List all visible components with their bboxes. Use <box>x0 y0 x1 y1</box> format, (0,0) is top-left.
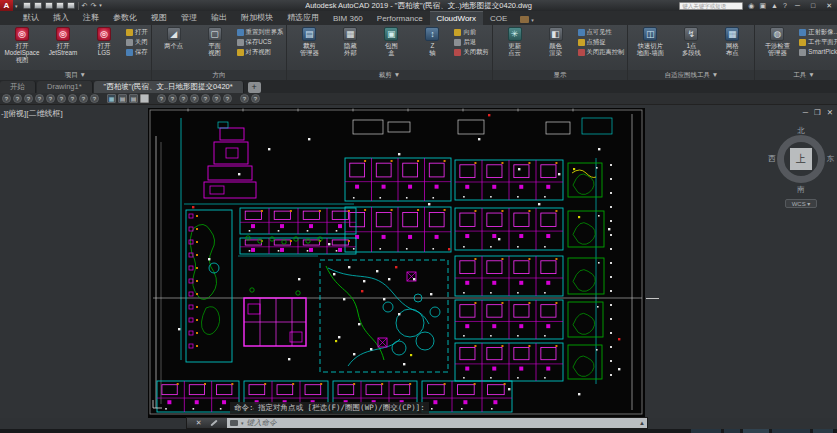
ribbon-small-button[interactable]: 点捕捉 <box>578 38 625 47</box>
ribbon-button[interactable]: ↕Z 轴 <box>413 27 451 56</box>
ribbon-panel-label[interactable]: 显示 <box>493 70 628 80</box>
new-button[interactable] <box>23 2 31 9</box>
ribbon-small-button[interactable]: 关闭 <box>126 38 148 47</box>
plugin-icon-13[interactable] <box>140 94 149 103</box>
ribbon-small-button[interactable]: SmartPick视图 <box>799 48 837 57</box>
status-bar-segment[interactable] <box>743 429 769 433</box>
ribbon-button[interactable]: ◫快速切片 地面-墙面 <box>631 27 669 56</box>
plugin-icon-20[interactable]: ? <box>223 94 232 103</box>
plugin-icon-22[interactable]: ? <box>251 94 260 103</box>
ribbon-tab-9[interactable]: 精选应用 <box>280 10 326 25</box>
plugin-icon-2[interactable]: ? <box>13 94 22 103</box>
new-drawing-tab-button[interactable]: + <box>248 82 261 93</box>
ribbon-tab-6[interactable]: 管理 <box>174 10 204 25</box>
status-bar-segment[interactable] <box>772 429 810 433</box>
ribbon-button[interactable]: ◎打开 ModelSpace视图 <box>3 27 41 63</box>
ribbon-tab-1[interactable]: 默认 <box>16 10 46 25</box>
ribbon-small-button[interactable]: 保存 <box>126 48 148 57</box>
viewcube-top-face[interactable]: 上 <box>790 148 812 170</box>
plugin-icon-9[interactable]: ? <box>90 94 99 103</box>
close-button[interactable]: ✕ <box>823 1 835 10</box>
plugin-icon-7[interactable]: ? <box>68 94 77 103</box>
plugin-icon-1[interactable]: ? <box>2 94 11 103</box>
ribbon-panel-label[interactable]: 项目 ▼ <box>0 70 151 80</box>
plugin-icon-10[interactable]: ▦ <box>107 94 116 103</box>
plugin-icon-19[interactable]: ? <box>212 94 221 103</box>
drawing-workspace[interactable]: -][俯视][二维线框] ─ ❐ ✕ 北 上 西 东 南 WCS ▾ 命令: 指… <box>0 105 837 418</box>
file-tab-3[interactable]: "西柏坡"(民宿、文..日地形图提交0420* <box>94 81 244 93</box>
command-expand-icon[interactable]: ▲ <box>637 418 647 428</box>
doc-restore-icon[interactable]: ❐ <box>814 108 821 117</box>
plugin-icon-12[interactable]: ▤ <box>129 94 138 103</box>
ribbon-button[interactable]: ◢两个点 <box>155 27 193 49</box>
open-button[interactable] <box>34 2 42 9</box>
ribbon-tab-13[interactable]: COE <box>483 12 514 25</box>
ribbon-small-button[interactable]: 保存UCS <box>237 38 284 47</box>
minimize-button[interactable]: ─ <box>792 1 803 10</box>
ribbon-tab-7[interactable]: 输出 <box>204 10 234 25</box>
ribbon-button[interactable]: ▣包围 盒 <box>372 27 410 56</box>
help-icon[interactable]: ? <box>783 1 787 10</box>
plugin-icon-11[interactable]: ▤ <box>118 94 127 103</box>
status-bar-segment[interactable] <box>691 429 721 433</box>
ribbon-tab-3[interactable]: 注释 <box>76 10 106 25</box>
plugin-icon-5[interactable]: ? <box>46 94 55 103</box>
ribbon-tab-10[interactable]: BIM 360 <box>326 12 370 25</box>
ribbon-panel-label[interactable]: 自适应围线工具 ▼ <box>628 70 754 80</box>
ribbon-button[interactable]: ◍干涉检查 管理器 <box>758 27 796 56</box>
command-input[interactable]: ▾ 键入命令 <box>227 418 637 428</box>
redo-icon[interactable]: ↷ <box>90 1 96 10</box>
status-bar-segment[interactable] <box>813 429 833 433</box>
ribbon-small-button[interactable]: 向前 <box>454 28 488 37</box>
view-cube[interactable]: 北 上 西 东 南 WCS ▾ <box>771 127 831 211</box>
stay-connected-icon[interactable]: ▲ <box>771 1 778 10</box>
ribbon-button[interactable]: ◎打开 LGS <box>85 27 123 56</box>
ribbon-tab-11[interactable]: Performance <box>370 12 430 25</box>
app-store-icon[interactable]: ▣ <box>759 1 766 10</box>
logo-dropdown-icon[interactable]: ▾ <box>15 3 18 9</box>
help-search-input[interactable]: 键入关键字或短语 <box>679 2 743 10</box>
plugin-icon-8[interactable]: ? <box>79 94 88 103</box>
ribbon-button[interactable]: ▦网格 布点 <box>713 27 751 56</box>
viewport-controls-label[interactable]: -][俯视][二维线框] <box>1 108 63 119</box>
ribbon-button[interactable]: ▢平面 视图 <box>196 27 234 56</box>
command-recent-icon[interactable] <box>230 420 238 426</box>
viewcube-south-label[interactable]: 南 <box>797 185 805 195</box>
command-bar[interactable]: ✕ ▾ 键入命令 ▲ <box>186 417 648 429</box>
status-bar-segment[interactable] <box>724 429 740 433</box>
wcs-dropdown[interactable]: WCS ▾ <box>785 199 817 208</box>
customize-wrench-icon[interactable] <box>211 420 218 427</box>
plugin-icon-6[interactable]: ? <box>57 94 66 103</box>
ribbon-button[interactable]: ◧颜色 渲染 <box>537 27 575 56</box>
ribbon-small-button[interactable]: 打开 <box>126 28 148 37</box>
plugin-icon-18[interactable]: ? <box>201 94 210 103</box>
viewcube-east-label[interactable]: 东 <box>827 154 835 164</box>
model-space-canvas[interactable] <box>148 108 645 418</box>
ribbon-small-button[interactable]: 工作平面开/关 <box>799 38 837 47</box>
ribbon-button[interactable]: ▤裁剪 管理器 <box>290 27 328 56</box>
ribbon-tab-8[interactable]: 附加模块 <box>234 10 280 25</box>
viewcube-west-label[interactable]: 西 <box>768 154 776 164</box>
undo-icon[interactable]: ↶ <box>82 1 88 10</box>
save-button[interactable] <box>45 2 53 9</box>
ribbon-small-button[interactable]: 关闭裁剪 <box>454 48 488 57</box>
ribbon-button[interactable]: ↯1点 多段线 <box>672 27 710 56</box>
file-tab-2[interactable]: Drawing1* <box>37 81 93 93</box>
plugin-icon-15[interactable]: ? <box>168 94 177 103</box>
ribbon-panel-label[interactable]: 裁剪 ▼ <box>287 70 491 80</box>
plugin-icon-3[interactable]: ? <box>24 94 33 103</box>
ribbon-tab-4[interactable]: 参数化 <box>106 10 144 25</box>
ribbon-tab-12[interactable]: CloudWorx <box>430 11 483 25</box>
ribbon-small-button[interactable]: 重置到世界系 <box>237 28 284 37</box>
command-close-icon[interactable]: ✕ <box>196 419 202 427</box>
doc-minimize-icon[interactable]: ─ <box>803 108 808 117</box>
plot-button[interactable] <box>67 2 75 9</box>
plugin-icon-16[interactable]: ? <box>179 94 188 103</box>
ribbon-tab-extra-icon[interactable]: ▾ <box>514 16 540 25</box>
ribbon-small-button[interactable]: 对齐视图 <box>237 48 284 57</box>
ribbon-button[interactable]: ▦隐藏 外部 <box>331 27 369 56</box>
file-tab-1[interactable]: 开始 <box>0 81 36 93</box>
ribbon-small-button[interactable]: 点可见性 <box>578 28 625 37</box>
command-dropdown-icon[interactable]: ▾ <box>241 420 244 426</box>
ribbon-small-button[interactable]: 正射影像... <box>799 28 837 37</box>
